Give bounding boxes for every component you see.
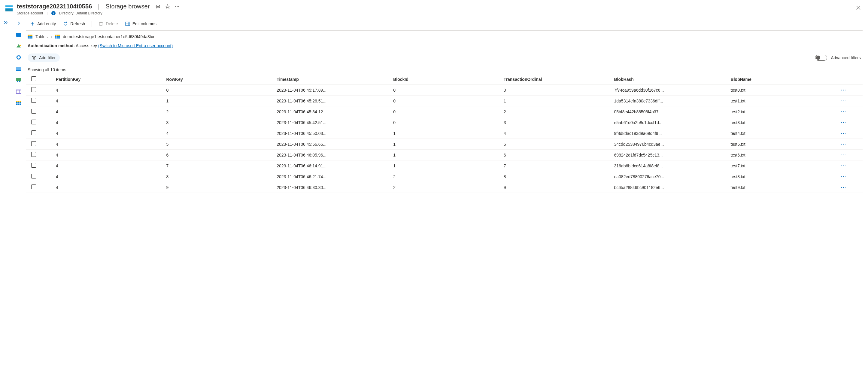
cell-rowkey: 1 [163,95,274,106]
row-menu-icon[interactable]: ··· [841,142,846,147]
table-row[interactable]: 402023-11-04T06:45:17.89...007f74ca959a6… [26,85,863,95]
table-row[interactable]: 442023-11-04T06:45:50.03...149f8d8dac193… [26,128,863,139]
sidebar-table-icon[interactable] [16,100,22,106]
svg-rect-9 [16,33,19,34]
row-checkbox[interactable] [31,130,36,135]
toolbar-separator [92,21,92,27]
expand-chevrons-icon[interactable] [3,20,8,193]
table-row[interactable]: 452023-11-04T06:45:56.65...1534cdd253849… [26,139,863,150]
table-row[interactable]: 422023-11-04T06:45:34.12...0205bf8e442b8… [26,106,863,117]
cell-transactionordinal: 9 [501,182,611,193]
breadcrumb-tables[interactable]: Tables [35,34,48,39]
column-header[interactable]: BlobName [728,74,838,85]
row-menu-icon[interactable]: ··· [841,88,846,92]
sidebar-blob-icon[interactable] [16,66,22,72]
auth-switch-link[interactable]: (Switch to Microsoft Entra user account) [98,43,173,48]
cell-blockid: 1 [390,139,501,150]
column-header[interactable]: BlockId [390,74,501,85]
row-menu-icon[interactable]: ··· [841,153,846,157]
cell-rowkey: 0 [163,85,274,95]
column-header[interactable]: BlobHash [611,74,728,85]
row-menu-icon[interactable]: ··· [841,185,846,190]
row-checkbox[interactable] [31,152,36,157]
column-header[interactable]: RowKey [163,74,274,85]
cell-transactionordinal: 4 [501,128,611,139]
edit-columns-label: Edit columns [132,21,156,26]
cell-blockid: 0 [390,95,501,106]
table-row[interactable]: 432023-11-04T06:45:42.51...03e5ab61d0a2b… [26,117,863,128]
auth-method-value: Access key [76,43,97,48]
cell-rowkey: 4 [163,128,274,139]
row-menu-icon[interactable]: ··· [841,120,846,125]
cell-rowkey: 7 [163,161,274,171]
cell-partitionkey: 4 [53,171,163,182]
row-checkbox[interactable] [31,163,36,168]
column-header[interactable]: PartitionKey [53,74,163,85]
cell-partitionkey: 4 [53,161,163,171]
row-menu-icon[interactable]: ··· [841,174,846,179]
row-checkbox[interactable] [31,174,36,178]
cell-blockid: 2 [390,182,501,193]
cell-partitionkey: 4 [53,182,163,193]
select-all-checkbox[interactable] [31,76,36,81]
row-checkbox[interactable] [31,87,36,92]
page-title: Storage browser [106,3,150,10]
cell-blobname: test8.txt [728,171,838,182]
add-filter-button[interactable]: Add filter [28,54,60,62]
refresh-button[interactable]: Refresh [61,20,87,27]
more-icon[interactable] [175,4,180,9]
table-row[interactable]: 472023-11-04T06:46:14.91...17316ab6bfdcd… [26,161,863,171]
resource-type: Storage account [17,11,43,15]
add-entity-button[interactable]: Add entity [28,20,58,27]
filter-icon [32,56,36,60]
info-icon: i [51,11,56,15]
cell-blobname: test0.txt [728,85,838,95]
cell-blockid: 0 [390,106,501,117]
row-menu-icon[interactable]: ··· [841,109,846,114]
cell-blobhash: 316ab6bfdcd614a8f8ef8... [611,161,728,171]
cell-partitionkey: 4 [53,85,163,95]
sidebar-recent-icon[interactable] [16,43,22,49]
row-checkbox[interactable] [31,120,36,124]
cell-transactionordinal: 1 [501,95,611,106]
cell-blobhash: bc65a28846bc901182e6... [611,182,728,193]
sidebar-favorites-icon[interactable] [16,32,22,37]
column-header[interactable]: TransactionOrdinal [501,74,611,85]
cell-transactionordinal: 8 [501,171,611,182]
cell-transactionordinal: 2 [501,106,611,117]
advanced-filters-toggle[interactable] [815,55,827,61]
row-checkbox[interactable] [31,109,36,114]
table-row[interactable]: 482023-11-04T06:46:21.74...28ea082ed7880… [26,171,863,182]
cell-rowkey: 3 [163,117,274,128]
sidebar-fileshare-icon[interactable] [16,77,22,83]
cell-timestamp: 2023-11-04T06:46:14.91... [274,161,390,171]
sidebar-expand[interactable] [16,20,22,26]
row-checkbox[interactable] [31,141,36,146]
svg-rect-14 [16,78,21,81]
column-header[interactable]: Timestamp [274,74,390,85]
table-row[interactable]: 492023-11-04T06:46:30.30...29bc65a28846b… [26,182,863,193]
cell-blobhash: 34cdd25384976b4cd3ae... [611,139,728,150]
row-checkbox[interactable] [31,98,36,103]
cell-blobname: test6.txt [728,150,838,161]
edit-columns-button[interactable]: Edit columns [123,20,159,27]
sidebar-queue-icon[interactable] [16,89,22,95]
cell-blobhash: 1da5314efa380e7336dff... [611,95,728,106]
add-entity-label: Add entity [37,21,56,26]
row-menu-icon[interactable]: ··· [841,98,846,104]
svg-rect-19 [18,90,19,93]
pin-icon[interactable] [156,4,160,9]
refresh-label: Refresh [70,21,85,26]
cell-rowkey: 9 [163,182,274,193]
row-menu-icon[interactable]: ··· [841,164,846,168]
row-menu-icon[interactable]: ··· [841,131,846,136]
sidebar-settings-icon[interactable] [16,54,22,60]
close-button[interactable] [855,4,862,11]
row-checkbox[interactable] [31,184,36,189]
svg-point-3 [176,6,176,7]
table-row[interactable]: 462023-11-04T06:46:05.96...16698242d1fd7… [26,150,863,161]
cell-blobhash: 698242d1fd7dc5425c13... [611,150,728,161]
cell-timestamp: 2023-11-04T06:45:56.65... [274,139,390,150]
table-row[interactable]: 412023-11-04T06:45:26.51...011da5314efa3… [26,95,863,106]
favorite-icon[interactable] [165,4,170,9]
